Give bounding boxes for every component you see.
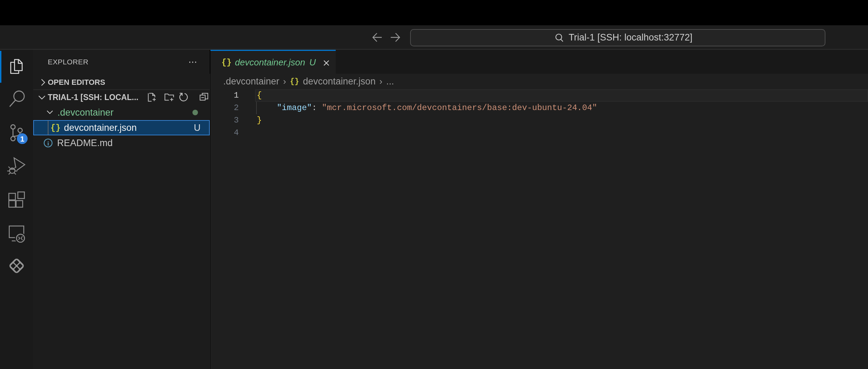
svg-text:1: 1 — [20, 135, 24, 143]
svg-text:i: i — [47, 140, 49, 147]
